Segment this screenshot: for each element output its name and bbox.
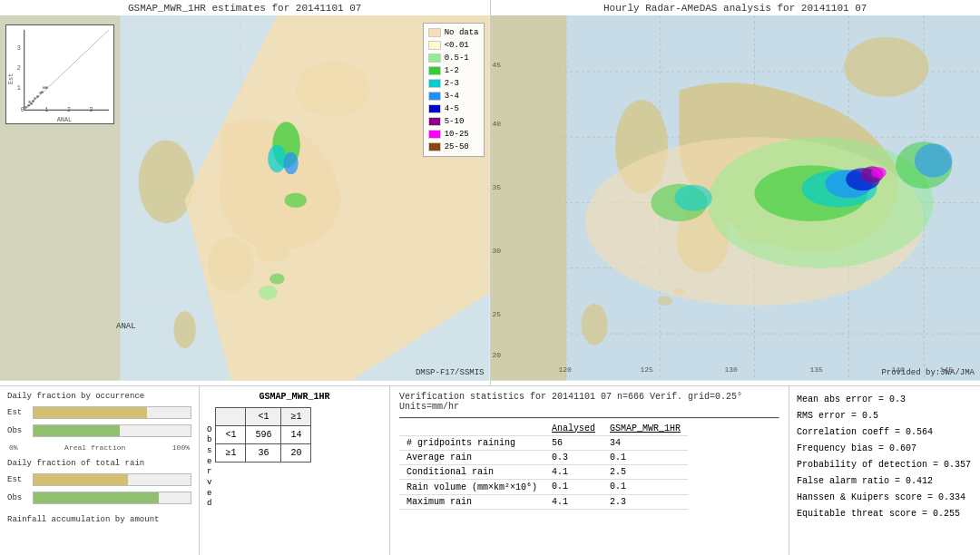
stat-line-5: False alarm ratio = 0.412 [797, 473, 973, 490]
occurrence-axis: 0% Areal fraction 100% [7, 443, 191, 452]
axis-0pct: 0% [9, 443, 18, 452]
lat-30: 30 [493, 247, 502, 255]
svg-text:2: 2 [17, 64, 21, 72]
verif-label-4: Maximum rain [399, 494, 544, 509]
svg-point-61 [844, 37, 928, 97]
obs-v-r: r [207, 467, 211, 478]
verif-row-4: Maximum rain 4.1 2.3 [399, 494, 688, 509]
svg-text:2: 2 [67, 106, 71, 113]
provided-label: Provided by:JWA/JMA [881, 368, 975, 377]
legend-label-10-25: 10-25 [445, 128, 469, 141]
left-map-area: 0 1 2 3 1 2 3 Est ANAL ANAL DMSP-F1 [0, 15, 490, 381]
verif-label-2: Conditional rain [399, 464, 544, 479]
svg-point-36 [43, 86, 45, 89]
svg-point-19 [285, 193, 307, 208]
cont-cell-11: 20 [281, 443, 311, 462]
svg-point-31 [45, 86, 48, 89]
verif-table: Analysed GSMAP_MWR_1HR # gridpoints rain… [399, 422, 688, 510]
verif-label-1: Average rain [399, 450, 544, 464]
svg-text:3: 3 [89, 106, 93, 113]
svg-text:Est: Est [7, 73, 15, 84]
verif-analysed-1: 0.3 [544, 450, 603, 464]
svg-point-32 [24, 106, 27, 109]
left-map-title: GSMAP_MWR_1HR estimates for 20141101 07 [0, 0, 490, 15]
lat-25: 25 [493, 310, 502, 318]
legend-color-001 [428, 41, 441, 50]
stat-line-7: Equitable threat score = 0.255 [797, 506, 973, 522]
est-label-1: Est [7, 408, 33, 417]
verif-gsmap-2: 2.5 [603, 464, 688, 479]
axis-100pct: 100% [172, 443, 190, 452]
legend-label-2-3: 2-3 [445, 77, 459, 90]
verif-row-1: Average rain 0.3 0.1 [399, 450, 688, 464]
legend-label-001: <0.01 [445, 39, 469, 52]
obs-rain-bar-fill [34, 492, 159, 503]
cont-row-1: ≥1 36 20 [216, 443, 311, 462]
legend-color-10-25 [428, 130, 441, 139]
legend-2-3: 2-3 [428, 77, 479, 90]
obs-rain-bar-track [33, 492, 191, 504]
legend-color-3-4 [428, 92, 441, 101]
contingency-title: GSMAP_MWR_1HR [207, 392, 382, 402]
legend-001: <0.01 [428, 39, 479, 52]
cont-cell-10: 36 [246, 443, 281, 462]
verif-header-gsmap: GSMAP_MWR_1HR [603, 422, 688, 436]
stats-section: Mean abs error = 0.3 RMS error = 0.5 Cor… [789, 386, 980, 555]
svg-rect-57 [491, 15, 566, 381]
svg-point-72 [871, 167, 887, 178]
lat-40: 40 [493, 120, 502, 128]
obs-v-d: d [207, 499, 211, 510]
legend-color-25-50 [428, 142, 441, 151]
verif-row-2: Conditional rain 4.1 2.5 [399, 464, 688, 479]
cont-col-lt1: <1 [246, 407, 281, 425]
verif-analysed-3: 0.1 [544, 479, 603, 494]
stat-line-2: Correlation coeff = 0.564 [797, 424, 973, 441]
bar-charts-section: Daily fraction by occurrence Est Obs 0% … [0, 386, 200, 555]
est-occurrence-bar-fill [34, 407, 147, 418]
verif-analysed-4: 4.1 [544, 494, 603, 509]
main-container: GSMAP_MWR_1HR estimates for 20141101 07 [0, 0, 980, 555]
obs-v-s: s [207, 446, 211, 457]
obs-v-b: b [207, 435, 211, 446]
cont-row-0: <1 596 14 [216, 425, 311, 443]
legend-color-05-1 [428, 54, 441, 63]
legend-4-5: 4-5 [428, 102, 479, 115]
legend-label-3-4: 3-4 [445, 90, 459, 102]
rain-chart-title: Daily fraction of total rain [7, 459, 191, 468]
lon-130: 130 [725, 365, 738, 374]
svg-point-62 [581, 304, 607, 345]
obs-v-v: v [207, 478, 211, 489]
verif-label-0: # gridpoints raining [399, 435, 544, 450]
right-map-svg [491, 15, 981, 381]
verif-row-0: # gridpoints raining 56 34 [399, 435, 688, 450]
verif-divider [399, 417, 779, 419]
legend-label-4-5: 4-5 [445, 102, 459, 115]
legend-color-1-2 [428, 66, 441, 75]
stat-line-6: Hanssen & Kuipers score = 0.334 [797, 490, 973, 506]
svg-text:3: 3 [17, 44, 21, 52]
right-map-panel: Hourly Radar-AMeDAS analysis for 2014110… [491, 0, 981, 385]
verif-header-label [399, 422, 544, 436]
legend-3-4: 3-4 [428, 90, 479, 102]
stat-line-4: Probability of detection = 0.357 [797, 457, 973, 473]
svg-point-74 [674, 185, 712, 211]
verif-gsmap-1: 0.1 [603, 450, 688, 464]
svg-text:1: 1 [17, 84, 21, 92]
legend-color-5-10 [428, 117, 441, 126]
verif-header-analysed: Analysed [544, 422, 603, 436]
svg-point-17 [268, 145, 286, 173]
obs-occurrence-bar-fill [34, 425, 120, 436]
verif-analysed-0: 56 [544, 435, 603, 450]
obs-vertical-label: O b s e r v e d [207, 425, 211, 511]
legend: No data <0.01 0.5-1 1-2 [423, 23, 485, 157]
est-rain-bar-fill [34, 474, 128, 485]
svg-point-34 [34, 97, 36, 100]
obs-occurrence-row: Obs [7, 424, 191, 437]
right-map-area: 45 40 35 30 25 20 120 125 130 135 140 14… [491, 15, 981, 381]
lat-20: 20 [493, 351, 502, 359]
obs-label-2: Obs [7, 493, 33, 502]
stat-line-3: Frequency bias = 0.607 [797, 441, 973, 457]
lon-135: 135 [810, 365, 823, 374]
legend-color-4-5 [428, 104, 441, 113]
cont-col-gte1: ≥1 [281, 407, 311, 425]
